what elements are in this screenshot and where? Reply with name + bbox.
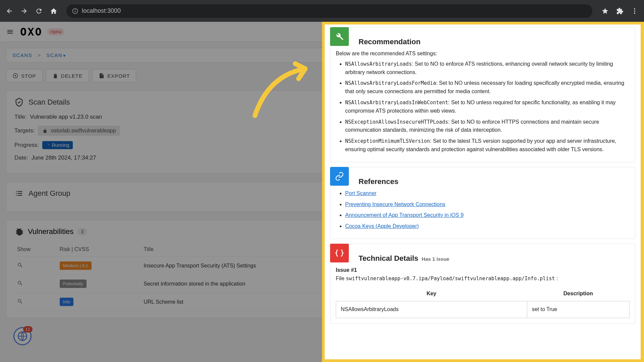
risk-badge: Info	[60, 298, 74, 306]
svg-point-5	[634, 12, 635, 14]
date-value: June 28th 2024, 17:34:27	[32, 155, 96, 161]
braces-icon	[330, 244, 349, 262]
stop-button[interactable]: STOP	[6, 69, 43, 82]
shield-check-icon	[14, 98, 24, 107]
breadcrumb-scan[interactable]: SCAN▼	[46, 52, 66, 58]
hamburger-menu[interactable]	[5, 26, 15, 37]
link-icon	[330, 167, 349, 186]
magnify-icon	[17, 280, 23, 286]
export-button[interactable]: EXPORT	[92, 69, 136, 82]
risk-badge: Medium | 9.1	[60, 261, 92, 270]
wrench-icon	[330, 27, 349, 46]
target-chip[interactable]: ostorlab.swiftvulnerableapp	[38, 126, 120, 136]
svg-rect-1	[75, 10, 75, 12]
site-info-icon	[72, 8, 78, 14]
technical-title: Technical DetailsHas 1 issue	[359, 249, 449, 263]
extensions-button[interactable]	[614, 5, 626, 17]
notification-badge[interactable]: 12	[13, 327, 32, 345]
app-logo: OXO	[20, 25, 43, 38]
svg-point-3	[634, 8, 635, 9]
reference-link[interactable]: Preventing Insecure Network Connections	[345, 201, 445, 207]
list-item: Port Scanner	[345, 189, 630, 198]
breadcrumb-sep: >	[38, 52, 41, 58]
recommendation-list: NSAllowsArbitraryLoads: Set to NO to enf…	[336, 60, 630, 154]
magnify-icon	[17, 298, 23, 304]
recommendation-title: Recommendation	[359, 33, 630, 46]
notification-count: 12	[23, 326, 33, 333]
svg-rect-2	[75, 9, 75, 10]
date-label: Date:	[14, 155, 28, 161]
alpha-badge: Alpha	[47, 28, 64, 35]
svg-point-4	[634, 10, 635, 12]
list-item: Announcement of App Transport Security i…	[345, 211, 630, 220]
vulns-count: 3	[77, 228, 87, 235]
scan-details-heading: Scan Details	[29, 98, 70, 107]
trash-icon	[52, 73, 58, 79]
url-bar[interactable]: localhost:3000	[66, 4, 592, 18]
col-show: Show	[14, 242, 57, 257]
technical-sub: Has 1 issue	[422, 256, 449, 262]
reload-button[interactable]	[33, 5, 45, 17]
spinner-icon	[46, 143, 50, 147]
targets-label: Targets:	[14, 127, 35, 134]
list-item: NSAllowsArbitraryLoadsForMedia: Set to N…	[345, 79, 630, 96]
home-button[interactable]	[48, 5, 60, 17]
references-section: References Port ScannerPreventing Insecu…	[330, 167, 635, 239]
title-value: Vulnerable app v1.23.0 scan	[30, 114, 102, 120]
reference-link[interactable]: Announcement of App Transport Security i…	[345, 212, 464, 218]
list-item: NSExceptionMinimumTLSVersion: Set to the…	[345, 137, 630, 154]
menu-button[interactable]	[629, 5, 641, 17]
recommendation-section: Recommendation Below are the recommended…	[330, 27, 635, 162]
list-item: Preventing Insecure Network Connections	[345, 200, 630, 209]
progress-label: Progress:	[14, 142, 39, 148]
col-risk: Risk | CVSS	[57, 242, 141, 257]
stop-icon	[12, 73, 18, 79]
list-item: Cocoa Keys (Apple Developer)	[345, 222, 630, 231]
back-button[interactable]	[3, 5, 15, 17]
bookmark-button[interactable]	[599, 5, 611, 17]
list-item: NSExceptionAllowsInsecureHTTPLoads: Set …	[345, 118, 630, 135]
recommendation-intro: Below are the recommended ATS settings:	[336, 50, 630, 58]
forward-button[interactable]	[18, 5, 30, 17]
list-item: NSAllowsArbitraryLoadsInWebContent: Set …	[345, 99, 630, 115]
breadcrumb-scans[interactable]: SCANS	[12, 52, 32, 58]
title-label: Title:	[14, 114, 26, 120]
risk-badge: Potentially	[60, 280, 87, 288]
reference-link[interactable]: Port Scanner	[345, 190, 376, 196]
technical-section: Technical DetailsHas 1 issue Issue #1 Fi…	[330, 244, 635, 324]
table-row: NSAllowsArbitraryLoadsset to True	[336, 301, 630, 318]
th-key: Key	[336, 286, 527, 301]
running-badge: Running	[42, 141, 73, 149]
apple-icon	[42, 128, 48, 134]
export-icon	[99, 73, 105, 79]
list-item: NSAllowsArbitraryLoads: Set to NO to enf…	[345, 60, 630, 77]
references-title: References	[359, 173, 630, 186]
browser-toolbar: localhost:3000	[0, 0, 644, 22]
list-icon	[14, 189, 24, 198]
magnify-icon	[17, 262, 23, 268]
issue-table: KeyDescription NSAllowsArbitraryLoadsset…	[336, 286, 630, 318]
bug-icon	[14, 227, 24, 236]
url-text: localhost:3000	[82, 7, 121, 14]
target-value: ostorlab.swiftvulnerableapp	[51, 128, 116, 134]
agent-group-heading: Agent Group	[29, 189, 70, 198]
issue-label: Issue #1	[336, 266, 630, 275]
delete-button[interactable]: DELETE	[46, 69, 89, 82]
vulns-heading: Vulnerabilities	[28, 227, 73, 236]
vuln-detail-panel: Recommendation Below are the recommended…	[322, 22, 644, 362]
reference-link[interactable]: Cocoa Keys (Apple Developer)	[345, 223, 419, 229]
references-list: Port ScannerPreventing Insecure Network …	[336, 189, 630, 231]
file-line: File swiftvulnerableapp-v0.7.ipa/Payload…	[336, 275, 630, 283]
th-desc: Description	[527, 286, 629, 301]
